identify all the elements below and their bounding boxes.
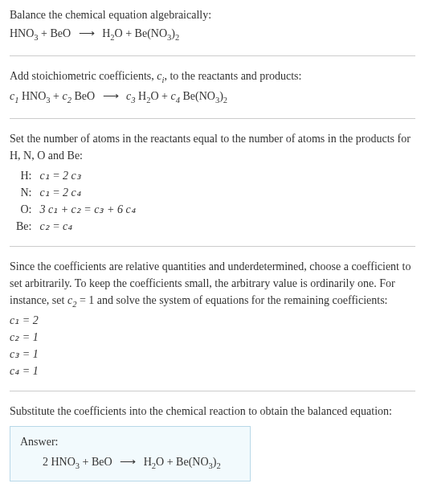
divider — [10, 391, 415, 391]
atom-balance-table: H:c₁ = 2 c₃ N:c₁ = 2 c₄ O:3 c₁ + c₂ = c₃… — [13, 167, 142, 235]
species-beno32: Be(NO3)2 — [176, 456, 221, 468]
coeff-equation: c1 HNO3 + c2 BeO ⟶ c3 H2O + c4 Be(NO3)2 — [10, 88, 415, 107]
table-row: Be:c₂ = c₄ — [13, 218, 142, 235]
add-coeffs-title: Add stoichiometric coefficients, ci, to … — [10, 68, 415, 87]
balance-eq: 3 c₁ + c₂ = c₃ + 6 c₄ — [36, 201, 141, 218]
table-row: O:3 c₁ + c₂ = c₃ + 6 c₄ — [13, 201, 142, 218]
table-row: H:c₁ = 2 c₃ — [13, 167, 142, 184]
reaction-arrow-icon: ⟶ — [98, 90, 124, 102]
divider — [10, 118, 415, 119]
section-add-coeffs: Add stoichiometric coefficients, ci, to … — [10, 68, 415, 107]
coeff-values: c₁ = 2 c₂ = 1 c₃ = 1 c₄ = 1 — [10, 312, 415, 379]
element-label: N: — [13, 184, 36, 201]
element-label: Be: — [13, 218, 36, 235]
section-atom-balance: Set the number of atoms in the reactants… — [10, 130, 415, 235]
balanced-equation: 2 HNO3 + BeO ⟶ H2O + Be(NO3)2 — [20, 453, 240, 473]
atom-balance-title: Set the number of atoms in the reactants… — [10, 130, 415, 164]
divider — [10, 246, 415, 247]
coeff-line: c₁ = 2 — [10, 312, 415, 329]
solve-para: Since the coefficients are relative quan… — [10, 258, 415, 311]
species-beo: BeO — [51, 27, 72, 39]
substitute-para: Substitute the coefficients into the che… — [10, 403, 415, 420]
species-h2o: H2O — [102, 27, 123, 39]
coeff-line: c₂ = 1 — [10, 329, 415, 346]
balance-eq: c₂ = c₄ — [36, 218, 141, 235]
section-solve: Since the coefficients are relative quan… — [10, 258, 415, 380]
species-beno32: Be(NO3)2 — [135, 27, 180, 39]
species-hno3: HNO3 — [51, 456, 80, 468]
unbalanced-equation: HNO3 + BeO ⟶ H2O + Be(NO3)2 — [10, 25, 415, 44]
section-answer: Substitute the coefficients into the che… — [10, 403, 415, 481]
reaction-arrow-icon: ⟶ — [74, 27, 100, 39]
table-row: N:c₁ = 2 c₄ — [13, 184, 142, 201]
problem-title: Balance the chemical equation algebraica… — [10, 6, 415, 23]
section-problem: Balance the chemical equation algebraica… — [10, 6, 415, 44]
species-h2o: H2O — [144, 456, 165, 468]
answer-box: Answer: 2 HNO3 + BeO ⟶ H2O + Be(NO3)2 — [10, 426, 251, 481]
element-label: H: — [13, 167, 36, 184]
balance-eq: c₁ = 2 c₄ — [36, 184, 141, 201]
coeff-line: c₃ = 1 — [10, 346, 415, 363]
element-label: O: — [13, 201, 36, 218]
species-beo: BeO — [92, 456, 112, 468]
divider — [10, 55, 415, 56]
balance-eq: c₁ = 2 c₃ — [36, 167, 141, 184]
coeff-line: c₄ = 1 — [10, 363, 415, 379]
species-hno3: HNO3 — [10, 27, 39, 39]
reaction-arrow-icon: ⟶ — [115, 456, 141, 468]
answer-label: Answer: — [20, 433, 240, 450]
